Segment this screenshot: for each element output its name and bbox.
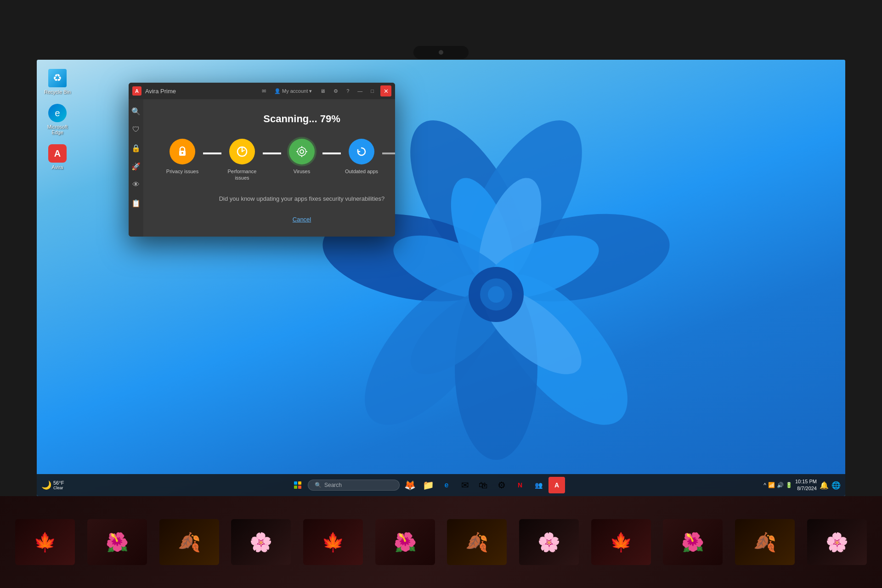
step-outdated-label: Outdated apps bbox=[345, 168, 378, 175]
step-outdated-circle bbox=[349, 139, 374, 164]
widgets-icon[interactable]: 🌐 bbox=[831, 481, 841, 490]
camera-bar bbox=[413, 46, 469, 59]
start-button[interactable] bbox=[289, 477, 306, 493]
avira-desk-label: Avira bbox=[52, 164, 63, 170]
cancel-button[interactable]: Cancel bbox=[293, 216, 311, 223]
weather-widget[interactable]: 🌙 56°F Clear bbox=[41, 480, 64, 490]
weather-icon: 🌙 bbox=[41, 480, 51, 490]
svg-point-17 bbox=[181, 152, 183, 154]
weather-temp: 56°F bbox=[53, 480, 64, 486]
taskbar-center: 🔍 Search 🦊 📁 e ✉ 🛍 ⚙ N 👥 A bbox=[110, 477, 744, 493]
avira-desk-icon: A bbox=[48, 144, 67, 163]
edge-label: Microsoft Edge bbox=[41, 124, 74, 135]
account-button[interactable]: 👤 My account ▾ bbox=[272, 87, 314, 95]
taskbar-firefox[interactable]: 🦊 bbox=[401, 477, 418, 493]
screen-icon[interactable]: 🖥 bbox=[318, 87, 327, 95]
step-privacy-circle bbox=[170, 139, 195, 164]
taskbar: 🌙 56°F Clear 🔍 bbox=[37, 474, 845, 496]
notification-icon[interactable]: 🔔 bbox=[820, 481, 829, 490]
avira-sidebar: 🔍 🛡 🔒 🚀 👁 📋 bbox=[129, 99, 143, 237]
weather-condition: Clear bbox=[53, 486, 64, 490]
avira-body: 🔍 🛡 🔒 🚀 👁 📋 Scanning... 79% bbox=[129, 99, 395, 237]
mail-button[interactable]: ✉ bbox=[260, 87, 268, 95]
help-button[interactable]: ? bbox=[345, 87, 351, 95]
sidebar-list-icon[interactable]: 📋 bbox=[129, 196, 143, 210]
settings-icon[interactable]: ⚙ bbox=[332, 87, 340, 95]
taskbar-left: 🌙 56°F Clear bbox=[37, 480, 110, 490]
bottom-icon-6: 🌺 bbox=[375, 519, 435, 565]
tray-battery-icon[interactable]: 🔋 bbox=[786, 482, 792, 488]
desktop-icon-avira[interactable]: A Avira bbox=[41, 144, 74, 170]
sidebar-lock-icon[interactable]: 🔒 bbox=[129, 141, 143, 155]
bottom-icon-10: 🌺 bbox=[663, 519, 723, 565]
bottom-icon-11: 🍂 bbox=[735, 519, 795, 565]
minimize-button[interactable]: — bbox=[356, 87, 364, 95]
bottom-icon-1: 🍁 bbox=[15, 519, 75, 565]
svg-rect-30 bbox=[294, 481, 297, 485]
connector-4 bbox=[382, 153, 395, 154]
recycle-bin-label: Recycle Bin bbox=[44, 89, 71, 95]
camera-dot bbox=[439, 50, 443, 55]
edge-icon: e bbox=[48, 104, 67, 122]
bottom-icon-8: 🌸 bbox=[519, 519, 579, 565]
step-viruses-circle bbox=[289, 139, 315, 164]
connector-1 bbox=[203, 153, 221, 154]
sidebar-shield-icon[interactable]: 🛡 bbox=[129, 122, 143, 137]
avira-titlebar: A Avira Prime ✉ 👤 My account ▾ 🖥 ⚙ ? — □… bbox=[129, 83, 395, 99]
svg-rect-31 bbox=[298, 481, 301, 485]
taskbar-teams[interactable]: 👥 bbox=[530, 477, 547, 493]
step-privacy-label: Privacy issues bbox=[166, 168, 198, 175]
sidebar-scan-icon[interactable]: 🔍 bbox=[129, 104, 143, 119]
desktop-icon-edge[interactable]: e Microsoft Edge bbox=[41, 104, 74, 135]
clock-widget[interactable]: 10:15 PM 8/7/2024 bbox=[795, 478, 817, 492]
tray-volume-icon[interactable]: 🔊 bbox=[777, 482, 784, 488]
close-button[interactable]: ✕ bbox=[380, 85, 391, 96]
bottom-icon-2: 🌺 bbox=[87, 519, 147, 565]
desktop-icon-recycle-bin[interactable]: ♻ Recycle Bin bbox=[41, 69, 74, 95]
taskbar-mail[interactable]: ✉ bbox=[457, 477, 473, 493]
sidebar-boost-icon[interactable]: 🚀 bbox=[129, 159, 143, 174]
taskbar-store[interactable]: 🛍 bbox=[475, 477, 492, 493]
bottom-icon-4: 🌸 bbox=[231, 519, 291, 565]
sidebar-eye-icon[interactable]: 👁 bbox=[129, 177, 143, 192]
taskbar-settings[interactable]: ⚙ bbox=[493, 477, 510, 493]
step-performance-circle bbox=[229, 139, 255, 164]
bottom-icon-12: 🌸 bbox=[807, 519, 867, 565]
tray-expand-icon[interactable]: ^ bbox=[763, 482, 766, 488]
screen-area: ♻ Recycle Bin e Microsoft Edge A Avira A… bbox=[37, 60, 845, 496]
taskbar-edge[interactable]: e bbox=[438, 477, 455, 493]
svg-point-27 bbox=[300, 150, 303, 153]
titlebar-controls: ✉ 👤 My account ▾ 🖥 ⚙ ? — □ ✕ bbox=[260, 85, 391, 96]
tray-network-icon[interactable]: 📶 bbox=[768, 482, 775, 488]
recycle-bin-icon: ♻ bbox=[48, 69, 67, 87]
step-privacy: Privacy issues bbox=[162, 139, 203, 175]
monitor-frame: ♻ Recycle Bin e Microsoft Edge A Avira A… bbox=[0, 0, 882, 588]
bottom-icon-3: 🍂 bbox=[159, 519, 219, 565]
connector-3 bbox=[322, 153, 341, 154]
scan-tip: Did you know updating your apps fixes se… bbox=[219, 195, 385, 202]
clock-time: 10:15 PM bbox=[795, 478, 817, 485]
taskbar-explorer[interactable]: 📁 bbox=[420, 477, 436, 493]
maximize-button[interactable]: □ bbox=[369, 87, 376, 95]
bottom-icon-5: 🍁 bbox=[303, 519, 363, 565]
scan-steps: Privacy issues bbox=[162, 139, 395, 181]
step-viruses: Viruses bbox=[281, 139, 322, 175]
desktop-icons: ♻ Recycle Bin e Microsoft Edge A Avira bbox=[41, 69, 74, 170]
search-text: Search bbox=[324, 482, 342, 488]
taskbar-netflix[interactable]: N bbox=[512, 477, 528, 493]
bottom-monitor-strip: 🍁 🌺 🍂 🌸 🍁 🌺 🍂 🌸 🍁 🌺 🍂 bbox=[0, 496, 882, 588]
step-performance-label: Performance issues bbox=[221, 168, 263, 181]
search-box[interactable]: 🔍 Search bbox=[308, 480, 400, 491]
svg-rect-32 bbox=[294, 486, 297, 489]
avira-window-title: Avira Prime bbox=[145, 88, 256, 95]
taskbar-avira[interactable]: A bbox=[548, 477, 565, 493]
step-outdated: Outdated apps bbox=[341, 139, 382, 175]
account-label: My account bbox=[282, 88, 308, 94]
system-tray: ^ 📶 🔊 🔋 bbox=[763, 482, 792, 488]
search-icon: 🔍 bbox=[315, 482, 322, 488]
account-icon: 👤 bbox=[274, 88, 281, 94]
account-chevron-icon: ▾ bbox=[309, 88, 312, 94]
clock-date: 8/7/2024 bbox=[795, 485, 817, 492]
bottom-icon-9: 🍁 bbox=[591, 519, 651, 565]
avira-main-content: Scanning... 79% bbox=[143, 99, 395, 237]
